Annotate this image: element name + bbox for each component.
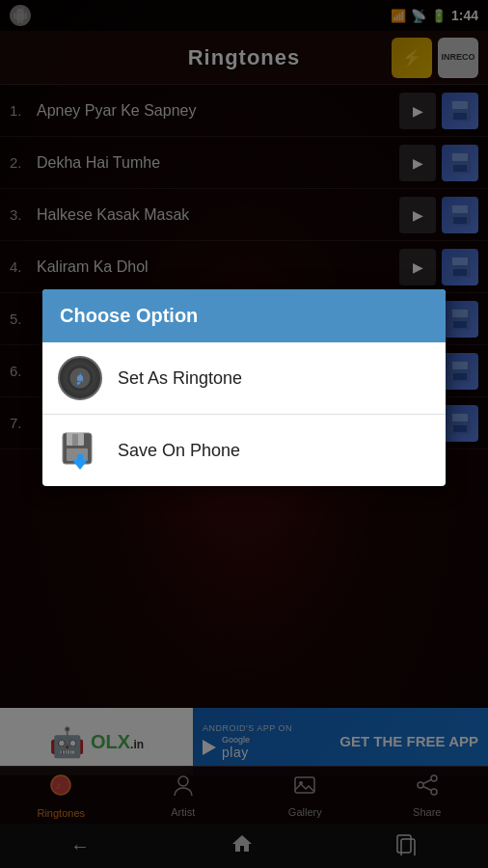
dialog-header: Choose Option bbox=[42, 289, 446, 342]
set-ringtone-label: Set As Ringtone bbox=[118, 368, 242, 389]
svg-rect-6 bbox=[72, 434, 78, 446]
save-phone-option[interactable]: Save On Phone bbox=[42, 415, 446, 486]
svg-rect-9 bbox=[77, 454, 83, 464]
svg-point-2 bbox=[77, 375, 83, 381]
svg-point-1 bbox=[70, 368, 91, 389]
save-phone-label: Save On Phone bbox=[118, 441, 240, 461]
choose-option-dialog: Choose Option ♪ Set As Ringtone bbox=[42, 289, 446, 486]
dialog-title: Choose Option bbox=[60, 305, 198, 326]
svg-text:♪: ♪ bbox=[76, 371, 81, 383]
ringtone-icon: ♪ bbox=[58, 356, 102, 400]
set-ringtone-option[interactable]: ♪ Set As Ringtone bbox=[42, 342, 446, 415]
save-phone-icon bbox=[58, 428, 102, 473]
